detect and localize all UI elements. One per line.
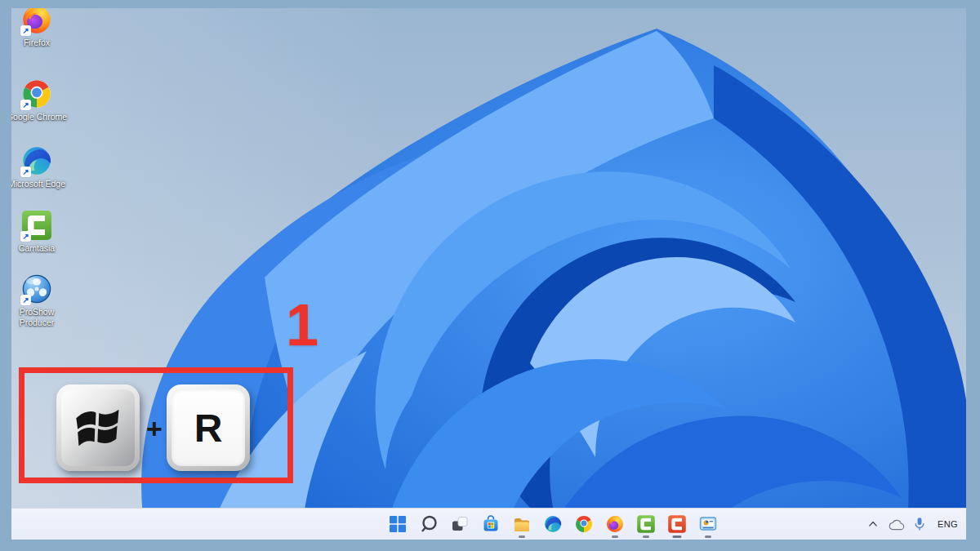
desktop-icon-label: ProShow Producer bbox=[11, 307, 68, 327]
windows-start-icon bbox=[389, 515, 407, 533]
google-chrome-button[interactable] bbox=[573, 513, 595, 535]
r-key-image: R bbox=[167, 384, 250, 471]
task-view-icon bbox=[450, 514, 470, 534]
desktop-shortcut-camtasia[interactable]: ↗ Camtasia bbox=[11, 209, 68, 254]
shortcut-arrow-icon: ↗ bbox=[20, 295, 31, 305]
file-explorer-icon bbox=[512, 514, 532, 534]
windows-key-image bbox=[56, 384, 140, 471]
shortcut-arrow-icon: ↗ bbox=[20, 25, 31, 36]
windows-logo-icon bbox=[73, 404, 123, 451]
task-view-button[interactable] bbox=[449, 513, 470, 535]
microsoft-edge-button[interactable] bbox=[542, 513, 564, 535]
desktop-icon-label: Firefox bbox=[24, 38, 50, 48]
shortcut-arrow-icon: ↗ bbox=[20, 231, 31, 242]
desktop-shortcut-proshow-producer[interactable]: ↗ ProShow Producer bbox=[11, 273, 68, 327]
microphone-icon[interactable] bbox=[914, 517, 925, 531]
camtasia-recorder-icon bbox=[667, 514, 687, 534]
media-player-icon bbox=[698, 514, 718, 534]
firefox-button[interactable] bbox=[604, 513, 626, 535]
camtasia-button[interactable] bbox=[635, 513, 657, 535]
desktop-shortcut-google-chrome[interactable]: ↗ Google Chrome bbox=[11, 78, 68, 122]
firefox-icon bbox=[605, 514, 625, 534]
taskbar-icon-row bbox=[387, 509, 719, 540]
desktop-icon-label: Google Chrome bbox=[11, 112, 67, 122]
system-tray: ENG bbox=[867, 509, 961, 540]
shortcut-arrow-icon: ↗ bbox=[20, 167, 31, 177]
taskbar: ENG bbox=[11, 508, 966, 540]
search-button[interactable] bbox=[418, 513, 439, 535]
camtasia-recorder-button[interactable] bbox=[666, 513, 688, 535]
chrome-icon bbox=[574, 514, 594, 534]
media-player-button[interactable] bbox=[697, 513, 719, 535]
camtasia-icon bbox=[636, 514, 656, 534]
onedrive-cloud-icon[interactable] bbox=[888, 518, 905, 531]
microsoft-store-icon bbox=[481, 514, 501, 534]
desktop-shortcut-microsoft-edge[interactable]: ↗ Microsoft Edge bbox=[11, 144, 68, 189]
desktop-icon-label: Camtasia bbox=[19, 243, 55, 254]
start-button[interactable] bbox=[387, 513, 408, 535]
desktop-shortcut-firefox[interactable]: ↗ Firefox bbox=[11, 8, 68, 48]
edge-icon bbox=[543, 514, 563, 534]
microsoft-store-button[interactable] bbox=[480, 513, 501, 535]
language-indicator[interactable]: ENG bbox=[934, 519, 961, 529]
file-explorer-button[interactable] bbox=[511, 513, 532, 535]
desktop-screen: ↗ Firefox ↗ Google Chrome bbox=[11, 8, 966, 540]
r-key-letter: R bbox=[194, 406, 223, 451]
plus-sign: + bbox=[140, 413, 169, 445]
chevron-up-icon[interactable] bbox=[867, 518, 879, 530]
desktop-icon-label: Microsoft Edge bbox=[11, 179, 65, 189]
annotation-step-number: 1 bbox=[286, 295, 335, 354]
search-icon bbox=[419, 514, 439, 534]
shortcut-arrow-icon: ↗ bbox=[20, 100, 31, 110]
